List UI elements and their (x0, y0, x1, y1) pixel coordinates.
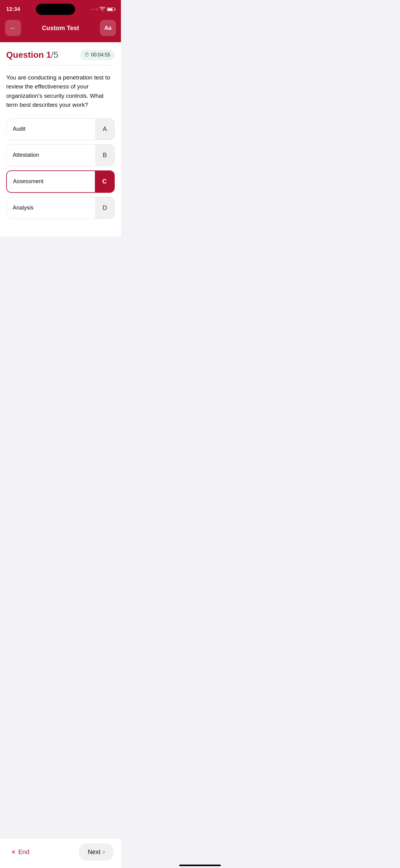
header: ← Custom Test Aa (0, 17, 121, 42)
answer-option-a[interactable]: Audit A (6, 118, 115, 140)
question-number-container: Question 1/5 (6, 50, 58, 60)
answer-option-d[interactable]: Analysis D (6, 197, 115, 219)
wifi-icon (100, 7, 105, 12)
answer-letter-b: B (95, 145, 114, 166)
question-content: Question 1/5 ⏱ 00:04:55 You are conducti… (0, 42, 121, 237)
answer-letter-c: C (95, 171, 114, 192)
answer-label-a: Audit (6, 119, 95, 139)
section-divider (6, 65, 115, 65)
back-arrow-icon: ← (10, 25, 16, 32)
question-label: Question 1 (6, 50, 51, 60)
signal-icon (91, 9, 98, 10)
timer-badge: ⏱ 00:04:55 (80, 50, 115, 60)
status-time: 12:34 (6, 6, 20, 12)
timer-display: 00:04:55 (91, 52, 110, 58)
font-size-button[interactable]: Aa (100, 20, 116, 36)
battery-icon (107, 7, 115, 11)
answer-label-c: Assessment (7, 172, 95, 191)
back-button[interactable]: ← (5, 20, 21, 36)
timer-icon: ⏱ (84, 52, 89, 58)
question-header: Question 1/5 ⏱ 00:04:55 (6, 50, 115, 60)
status-bar: 12:34 (0, 0, 121, 17)
dynamic-island (36, 4, 75, 15)
font-size-label: Aa (104, 25, 111, 31)
answer-option-c[interactable]: Assessment C (6, 170, 115, 193)
answer-option-b[interactable]: Attestation B (6, 144, 115, 166)
question-body: You are conducting a penetration test to… (6, 73, 115, 110)
page-title: Custom Test (42, 25, 79, 32)
status-icons (91, 7, 115, 12)
answer-letter-d: D (95, 197, 114, 219)
answer-letter-a: A (95, 119, 114, 140)
answer-label-d: Analysis (6, 198, 95, 218)
answer-label-b: Attestation (6, 145, 95, 165)
question-total: /5 (51, 50, 58, 60)
